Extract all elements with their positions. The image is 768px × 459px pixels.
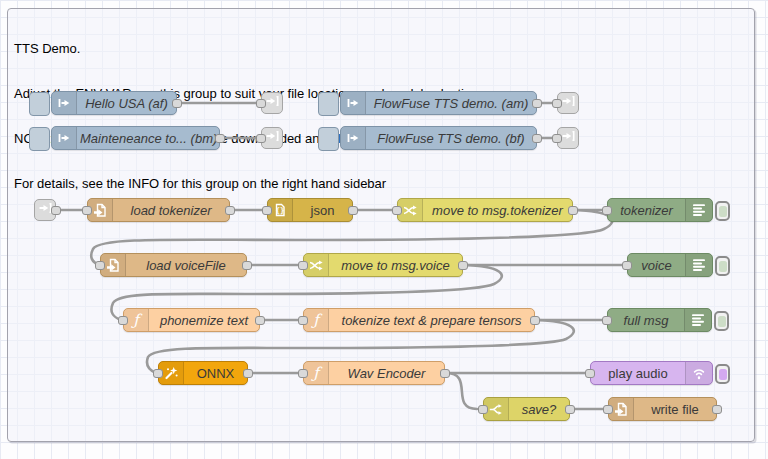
inject-button[interactable] — [318, 127, 339, 151]
output-port[interactable] — [255, 316, 265, 325]
output-port[interactable] — [242, 261, 252, 270]
node-json[interactable]: json — [267, 198, 353, 222]
node-label: save? — [509, 402, 569, 417]
node-change-move-to-msg-voice[interactable]: move to msg.voice — [303, 253, 463, 277]
node-label: voice — [628, 258, 685, 273]
input-port[interactable] — [256, 99, 266, 108]
node-link-out-2[interactable] — [557, 92, 579, 114]
output-port[interactable] — [348, 206, 358, 215]
node-function-tokenize-text[interactable]: ƒ tokenize text & prepare tensors — [303, 308, 535, 332]
output-port[interactable] — [51, 206, 61, 215]
link-out-icon — [265, 94, 279, 112]
inject-button[interactable] — [29, 92, 50, 116]
node-debug-voice[interactable]: voice — [627, 253, 713, 277]
node-debug-full-msg[interactable]: full msg — [607, 308, 712, 332]
output-port[interactable] — [712, 405, 722, 414]
input-port[interactable] — [602, 316, 612, 325]
debug-icon — [684, 309, 711, 331]
inject-arrow-icon — [52, 92, 77, 114]
node-debug-tokenizer[interactable]: tokenizer — [607, 198, 713, 222]
input-port[interactable] — [298, 261, 308, 270]
input-port[interactable] — [392, 206, 402, 215]
output-port[interactable] — [458, 261, 468, 270]
input-port[interactable] — [298, 316, 308, 325]
node-label: tokenizer — [608, 203, 685, 218]
input-port[interactable] — [585, 369, 595, 378]
node-switch-save[interactable]: save? — [483, 397, 570, 421]
debug-toggle-button[interactable] — [715, 256, 730, 276]
wires-layer — [0, 0, 768, 459]
node-label: tokenize text & prepare tensors — [329, 313, 534, 328]
node-onnx[interactable]: ONNX — [158, 361, 248, 385]
output-port[interactable] — [530, 316, 540, 325]
output-port[interactable] — [172, 99, 182, 108]
input-port[interactable] — [552, 99, 562, 108]
link-in-icon — [38, 201, 52, 219]
node-label: Mainteneance to... (bm) — [77, 131, 219, 146]
input-port[interactable] — [622, 261, 632, 270]
node-label: write file — [634, 402, 716, 417]
node-link-in[interactable] — [34, 199, 56, 221]
output-port[interactable] — [243, 369, 253, 378]
node-link-out-3[interactable] — [261, 127, 283, 149]
output-port[interactable] — [568, 206, 578, 215]
link-out-icon — [561, 129, 575, 147]
inject-button[interactable] — [318, 92, 339, 116]
debug-icon — [685, 199, 712, 221]
node-link-out-4[interactable] — [557, 127, 579, 149]
node-load-tokenizer[interactable]: load tokenizer — [87, 198, 230, 222]
node-label: full msg — [608, 313, 684, 328]
node-label: FlowFuse TTS demo. (am) — [366, 96, 536, 111]
inject-arrow-icon — [341, 92, 366, 114]
input-port[interactable] — [262, 206, 272, 215]
input-port[interactable] — [478, 405, 488, 414]
debug-icon — [685, 254, 712, 276]
node-label: load tokenizer — [113, 203, 229, 218]
node-label: json — [293, 203, 352, 218]
node-function-wav-encoder[interactable]: ƒ Wav Encoder — [303, 361, 445, 385]
debug-toggle-button[interactable] — [715, 201, 730, 221]
node-write-file[interactable]: write file — [608, 397, 717, 421]
input-port[interactable] — [256, 134, 266, 143]
node-label: ONNX — [184, 366, 247, 381]
input-port[interactable] — [603, 405, 613, 414]
flow-canvas[interactable]: TTS Demo. Adjust the ENV VARs on this gr… — [0, 0, 768, 459]
node-function-phonemize-text[interactable]: ƒ phonemize text — [123, 308, 260, 332]
audio-waves-icon — [685, 362, 712, 384]
input-port[interactable] — [298, 369, 308, 378]
output-port[interactable] — [215, 134, 225, 143]
node-label: play audio — [591, 366, 685, 381]
node-label: move to msg.tokenizer — [423, 203, 572, 218]
node-label: FlowFuse TTS demo. (bf) — [366, 131, 536, 146]
node-inject-flowfuse-bf[interactable]: FlowFuse TTS demo. (bf) — [340, 126, 537, 150]
input-port[interactable] — [602, 206, 612, 215]
debug-toggle-button[interactable] — [714, 311, 729, 331]
wire[interactable] — [446, 373, 477, 409]
node-play-audio[interactable]: play audio — [590, 361, 713, 385]
output-port[interactable] — [532, 99, 542, 108]
output-port[interactable] — [565, 405, 575, 414]
node-load-voicefile[interactable]: load voiceFile — [100, 253, 247, 277]
link-out-icon — [561, 94, 575, 112]
input-port[interactable] — [82, 206, 92, 215]
node-link-out-1[interactable] — [261, 92, 283, 114]
node-change-move-to-msg-tokenizer[interactable]: move to msg.tokenizer — [397, 198, 573, 222]
output-port[interactable] — [225, 206, 235, 215]
inject-arrow-icon — [341, 127, 366, 149]
node-label: move to msg.voice — [329, 258, 462, 273]
output-port[interactable] — [440, 369, 450, 378]
node-inject-hello-usa[interactable]: Hello USA (af) — [51, 91, 177, 115]
audio-toggle-button[interactable] — [715, 364, 730, 384]
node-inject-maintenance[interactable]: Mainteneance to... (bm) — [51, 126, 220, 150]
node-inject-flowfuse-am[interactable]: FlowFuse TTS demo. (am) — [340, 91, 537, 115]
output-port[interactable] — [532, 134, 542, 143]
input-port[interactable] — [95, 261, 105, 270]
inject-arrow-icon — [52, 127, 77, 149]
input-port[interactable] — [118, 316, 128, 325]
node-label: Wav Encoder — [329, 366, 444, 381]
input-port[interactable] — [153, 369, 163, 378]
node-label: Hello USA (af) — [77, 96, 176, 111]
input-port[interactable] — [552, 134, 562, 143]
inject-button[interactable] — [29, 127, 50, 151]
node-label: load voiceFile — [126, 258, 246, 273]
